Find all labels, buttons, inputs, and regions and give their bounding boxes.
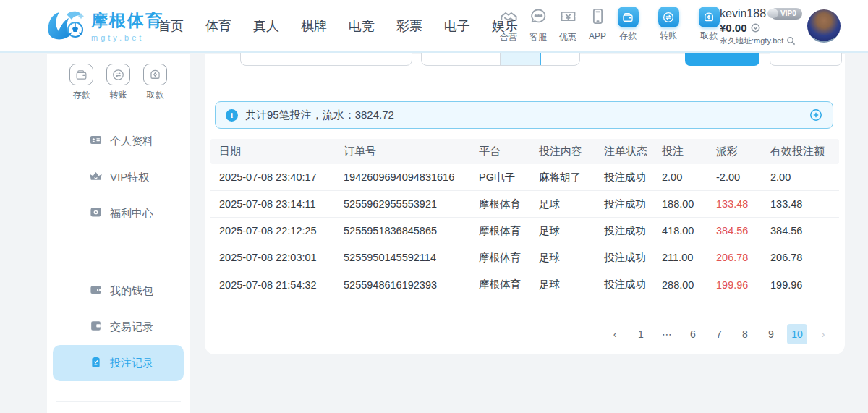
nav-item-3[interactable]: 真人 [249,14,284,38]
cell-status: 投注成功 [595,224,653,238]
content-card: i 共计95笔投注，流水：3824.72 日期订单号平台投注内容注单状态投注派彩… [205,54,845,354]
refresh-balance-icon[interactable] [751,23,760,33]
coupon-icon [558,7,578,29]
page-ellipsis: ⋯ [657,324,677,344]
sidebar-item-个人资料[interactable]: 个人资料 [53,123,184,159]
cell-order: 5255962955553921 [335,198,470,210]
sidebar-quick-取款[interactable]: 取款 [143,64,167,101]
page-button-7[interactable]: 7 [709,324,729,344]
page-button-10[interactable]: 10 [787,324,807,344]
page-button-8[interactable]: 8 [735,324,755,344]
permanent-address: 永久地址:mgty.bet [720,35,783,46]
nav-item-1[interactable]: 首页 [153,14,188,38]
sidebar-item-交易记录[interactable]: 交易记录 [53,309,184,345]
cell-content: 麻将胡了 [530,171,595,184]
cell-status: 投注成功 [595,251,653,265]
cell-content: 足球 [530,251,595,265]
table-row: 2025-07-08 22:03:015255950145592114摩根体育足… [210,244,839,271]
cell-content: 足球 [530,197,595,211]
sidebar-item-我的钱包[interactable]: 我的钱包 [53,273,184,309]
sidebar-menu: 个人资料VIP特权福利中心我的钱包交易记录投注记录兑奖记录 [47,123,190,413]
site-logo[interactable]: 摩根体育 mgty.bet [45,7,163,43]
column-header: 有效投注额 [762,145,830,158]
cell-date: 2025-07-08 23:40:17 [210,171,335,183]
cell-valid: 133.48 [762,198,830,210]
cell-order: 5255950145592114 [335,252,470,263]
deposit-icon [69,64,93,85]
cell-status: 投注成功 [595,171,653,184]
link-label: 转账 [660,30,677,42]
cell-payout: 199.96 [707,279,762,291]
sidebar-item-label: 投注记录 [110,357,153,370]
column-header: 投注内容 [530,145,595,158]
crown-icon [89,169,103,186]
sidebar-divider [56,401,181,402]
support-chat-icon [529,7,548,29]
table-row: 2025-07-08 22:12:255255951836845865摩根体育足… [210,218,839,244]
transfer-icon [658,7,679,27]
cell-order: 5255951836845865 [335,225,470,237]
cell-date: 2025-07-08 22:03:01 [210,252,335,263]
sidebar-item-投注记录[interactable]: 投注记录 [53,345,184,381]
sidebar-quick-转账[interactable]: 转账 [106,64,130,101]
bet-records-table: 日期订单号平台投注内容注单状态投注派彩有效投注额 2025-07-08 23:4… [210,139,839,298]
user-info: kevin188 VIP0 ¥0.00 永久地址:mgty.bet [720,7,802,46]
sidebar-quick-存款[interactable]: 存款 [69,64,93,101]
app-phone-icon [588,7,608,29]
nav-item-5[interactable]: 电竞 [344,14,379,38]
cell-payout: 384.56 [707,225,762,237]
column-header: 平台 [470,145,530,158]
cell-date: 2025-07-08 22:12:25 [210,225,335,237]
nav-item-6[interactable]: 彩票 [392,14,427,38]
withdraw-icon [143,64,167,85]
column-header: 订单号 [335,145,470,158]
deposit-icon [618,7,639,27]
wallet-links: 存款转账取款 [613,7,723,42]
prev-page-button[interactable]: ‹ [605,324,625,344]
sidebar-item-福利中心[interactable]: 福利中心 [53,195,184,231]
sidebar-item-VIP特权[interactable]: VIP特权 [53,159,184,195]
navbar-link-取款[interactable]: 取款 [694,7,723,42]
page-button-6[interactable]: 6 [683,324,703,344]
link-label: 合营 [500,31,517,43]
id-card-icon [89,133,103,150]
user-avatar[interactable] [807,9,841,43]
cell-status: 投注成功 [595,278,653,291]
column-header: 日期 [210,145,335,158]
nav-item-2[interactable]: 体育 [201,14,236,38]
navbar-link-合营[interactable]: 合营 [494,7,523,43]
link-label: 优惠 [559,31,576,43]
cell-valid: 384.56 [762,225,830,237]
cell-content: 足球 [530,224,595,238]
navbar-link-转账[interactable]: 转账 [654,7,683,42]
balance-amount: ¥0.00 [720,22,747,34]
link-label: 取款 [700,30,718,42]
main-nav-menu: 首页体育真人棋牌电竞彩票电子娱乐 [153,0,522,51]
page-button-9[interactable]: 9 [761,324,781,344]
nav-item-7[interactable]: 电子 [440,14,475,38]
username[interactable]: kevin188 [720,7,766,20]
sidebar: 存款转账取款 个人资料VIP特权福利中心我的钱包交易记录投注记录兑奖记录 [47,54,190,413]
expand-circle-plus-icon[interactable] [809,108,822,122]
navbar-link-APP[interactable]: APP [583,7,612,43]
next-page-button: › [813,324,833,344]
logo-subtitle: mgty.bet [91,33,163,42]
cell-bet: 288.00 [653,279,707,291]
table-row: 2025-07-08 23:40:171942609694094831616PG… [210,164,839,191]
cell-bet: 211.00 [653,252,707,263]
cell-date: 2025-07-08 21:54:32 [210,279,335,291]
top-navbar: 摩根体育 mgty.bet 首页体育真人棋牌电竞彩票电子娱乐 合营客服优惠APP… [0,0,868,53]
navbar-link-优惠[interactable]: 优惠 [553,7,582,43]
nav-item-4[interactable]: 棋牌 [297,14,331,38]
sidebar-item-label: 交易记录 [110,320,153,334]
cell-payout: -2.00 [707,171,762,183]
info-icon: i [226,109,238,122]
summary-bar: i 共计95笔投注，流水：3824.72 [215,101,833,129]
navbar-link-存款[interactable]: 存款 [613,7,642,42]
navbar-link-客服[interactable]: 客服 [524,7,553,43]
search-address-icon[interactable] [786,36,796,46]
withdraw-icon [699,7,720,27]
page-button-1[interactable]: 1 [631,324,651,344]
sidebar-item-label: 个人资料 [110,135,153,148]
wallet-icon [89,283,103,299]
